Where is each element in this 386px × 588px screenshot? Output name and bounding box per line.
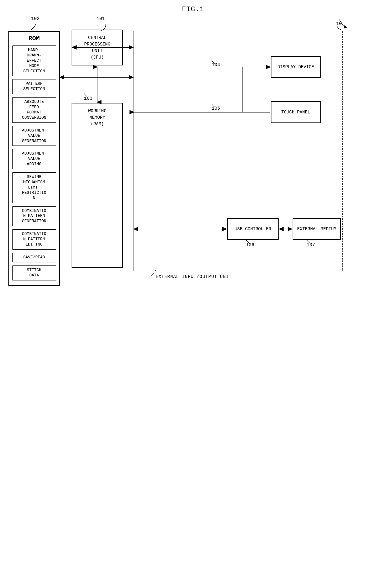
ref-103: 103 [84,96,92,101]
cpu-box: CENTRALPROCESSINGUNIT(CPU) [72,30,123,65]
ref-10: 10 [336,21,342,26]
svg-marker-18 [344,25,347,28]
rom-item-4: ADJUSTMENTVALUEADDING [12,149,56,169]
ref-101: 101 [96,16,105,22]
usb-label: USB CONTROLLER [235,226,271,232]
display-box: DISPLAY DEVICE [271,56,321,78]
ext-io-label: EXTERNAL INPUT/OUTPUT UNIT [156,274,232,279]
usb-controller-box: USB CONTROLLER [227,218,279,240]
rom-title: ROM [28,32,40,44]
ram-box: WORKINGMEMORY(RAM) [72,103,123,268]
ref-104: 104 [212,62,220,68]
rom-item-7: COMBINATION PATTERNEDITING [12,229,56,250]
rom-item-9: STITCHDATA [12,265,56,280]
external-medium-box: EXTERNAL MEDIUM [293,218,341,240]
touch-panel-box: TOUCH PANEL [271,101,321,123]
ref-105: 105 [212,106,220,111]
rom-item-0: HAND-DRAWN-EFFECTMODESELECTION [12,45,56,76]
ram-label: WORKINGMEMORY(RAM) [88,108,106,127]
rom-item-1: PATTERNSELECTION [12,79,56,94]
rom-item-2: ABSOLUTEFEEDFORMATCONVERSION [12,97,56,123]
ref-102: 102 [31,16,40,22]
external-medium-label: EXTERNAL MEDIUM [297,226,336,232]
display-label: DISPLAY DEVICE [277,64,314,70]
ref-106: 106 [246,242,254,248]
page-title: FIG.1 [0,0,386,13]
rom-item-8: SAVE/READ [12,253,56,262]
ref-107: 107 [307,242,315,248]
rom-item-3: ADJUSTMENTVALUEGENERATION [12,126,56,146]
cpu-label: CENTRALPROCESSINGUNIT(CPU) [84,35,110,61]
rom-item-6: COMBINATION PATTERNGENERATION [12,206,56,227]
rom-container: ROM HAND-DRAWN-EFFECTMODESELECTION PATTE… [8,31,60,286]
touch-label: TOUCH PANEL [281,109,310,116]
rom-item-5: SEWINGMECHANISMLIMITRESTRICTION [12,172,56,203]
